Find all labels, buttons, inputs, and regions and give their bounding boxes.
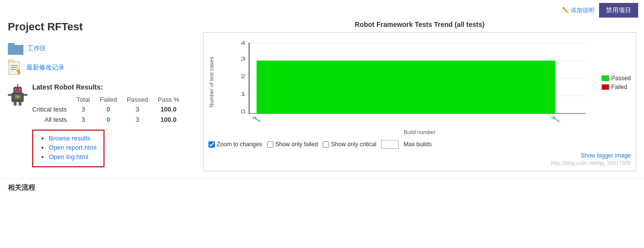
svg-text:🔧: 🔧: [550, 115, 561, 122]
svg-rect-1: [8, 60, 14, 62]
failed-swatch: [602, 84, 609, 90]
chart-area: Number of test cases 0 1 2 3 4: [208, 38, 631, 127]
row-passed: 3: [122, 104, 153, 114]
changelog-link[interactable]: 最新修改记录: [26, 63, 64, 72]
robot-icon: [8, 84, 27, 107]
svg-rect-14: [23, 94, 27, 96]
svg-rect-30: [256, 61, 555, 113]
svg-text:🔧: 🔧: [251, 115, 262, 122]
add-description-link[interactable]: ✏️ 添加说明: [562, 6, 594, 15]
row-total: 3: [72, 114, 95, 125]
show-only-critical-checkbox[interactable]: [323, 141, 329, 148]
svg-point-18: [17, 96, 19, 98]
zoom-label-text: Zoom to changes: [217, 141, 262, 148]
results-table: Total Failed Passed Pass % Critical test…: [32, 95, 184, 125]
bottom-section: 相关流程: [0, 178, 644, 192]
edit-icon: ✏️: [562, 7, 569, 14]
legend-passed: Passed: [602, 75, 631, 82]
show-bigger-link[interactable]: Show bigger image: [581, 152, 631, 159]
bottom-label: 相关流程: [8, 183, 35, 191]
results-content: Latest Robot Results: Total Failed Passe…: [32, 83, 184, 167]
col-header-label: [32, 95, 72, 104]
add-desc-label: 添加说明: [571, 6, 594, 15]
chart-legend: Passed Failed: [598, 38, 631, 127]
open-report-link[interactable]: Open report.html: [49, 144, 97, 151]
svg-text:0: 0: [241, 109, 245, 114]
svg-rect-15: [14, 102, 17, 106]
show-bigger-section: Show bigger image: [208, 152, 631, 159]
main-content: Project RFTest 工作区 最新修改记录: [0, 21, 644, 173]
svg-text:1: 1: [241, 91, 245, 97]
zoom-to-changes-label[interactable]: Zoom to changes: [208, 141, 262, 148]
chart-container: Number of test cases 0 1 2 3 4: [203, 32, 636, 171]
svg-point-9: [17, 84, 19, 85]
robot-section: Latest Robot Results: Total Failed Passe…: [8, 83, 193, 167]
svg-point-11: [19, 89, 21, 91]
changelog-nav-item: 最新修改记录: [8, 60, 193, 75]
x-axis-label: Build number: [208, 129, 631, 135]
col-header-failed: Failed: [95, 95, 122, 104]
max-builds-label: Max builds: [404, 141, 432, 148]
workspace-nav-item: 工作区: [8, 42, 193, 55]
svg-text:4: 4: [241, 40, 245, 46]
latest-results-title: Latest Robot Results:: [32, 83, 184, 91]
row-label: Critical tests: [32, 104, 72, 114]
legend-passed-label: Passed: [611, 75, 631, 82]
show-only-critical-label[interactable]: Show only critical: [323, 141, 376, 148]
failed-label-text: Show only failed: [275, 141, 318, 148]
legend-failed-label: Failed: [611, 84, 627, 90]
links-box: Browse results Open report.html Open log…: [32, 130, 104, 167]
chart-svg: 0 1 2 3 4 🔧 🔧: [219, 38, 593, 126]
svg-text:3: 3: [241, 56, 245, 62]
workspace-link[interactable]: 工作区: [27, 44, 46, 53]
svg-point-10: [15, 89, 17, 91]
row-passed: 3: [122, 114, 153, 125]
chart-controls: Zoom to changes Show only failed Show on…: [208, 140, 631, 149]
row-pct: 100.0: [153, 114, 184, 125]
browse-results-link[interactable]: Browse results: [49, 135, 90, 142]
passed-swatch: [602, 75, 609, 81]
disable-project-button[interactable]: 禁用项目: [599, 3, 638, 18]
svg-rect-12: [15, 91, 21, 92]
open-log-link[interactable]: Open log.html: [49, 153, 88, 160]
row-failed: 0: [95, 114, 122, 125]
row-failed: 0: [95, 104, 122, 114]
col-header-passed: Passed: [122, 95, 153, 104]
chart-plot-wrapper: 0 1 2 3 4 🔧 🔧: [219, 38, 593, 127]
show-only-failed-label[interactable]: Show only failed: [267, 141, 318, 148]
page-title: Project RFTest: [8, 21, 193, 33]
table-row: Critical tests 3 0 3 100.0: [32, 104, 184, 114]
svg-rect-13: [8, 94, 12, 96]
folder-icon: [8, 42, 23, 55]
chart-title: Robot Framework Tests Trend (all tests): [203, 21, 636, 28]
notes-icon: [8, 60, 22, 75]
col-header-pct: Pass %: [153, 95, 184, 104]
top-bar: ✏️ 添加说明 禁用项目: [0, 0, 644, 21]
svg-text:2: 2: [241, 73, 245, 79]
show-only-failed-checkbox[interactable]: [267, 141, 273, 148]
col-header-total: Total: [72, 95, 95, 104]
y-axis-label: Number of test cases: [208, 38, 214, 127]
left-panel: Project RFTest 工作区 最新修改记录: [8, 21, 193, 173]
row-label: All tests: [32, 114, 72, 125]
max-builds-input[interactable]: all: [381, 140, 399, 149]
zoom-to-changes-checkbox[interactable]: [208, 141, 215, 148]
legend-failed: Failed: [602, 84, 631, 90]
right-panel: Robot Framework Tests Trend (all tests) …: [203, 21, 636, 173]
critical-label-text: Show only critical: [331, 141, 376, 148]
row-pct: 100.0: [153, 104, 184, 114]
row-total: 3: [72, 104, 95, 114]
watermark: http://blog.csdn.net/qq_38317509: [208, 160, 631, 166]
table-row: All tests 3 0 3 100.0: [32, 114, 184, 125]
svg-rect-16: [19, 102, 21, 106]
